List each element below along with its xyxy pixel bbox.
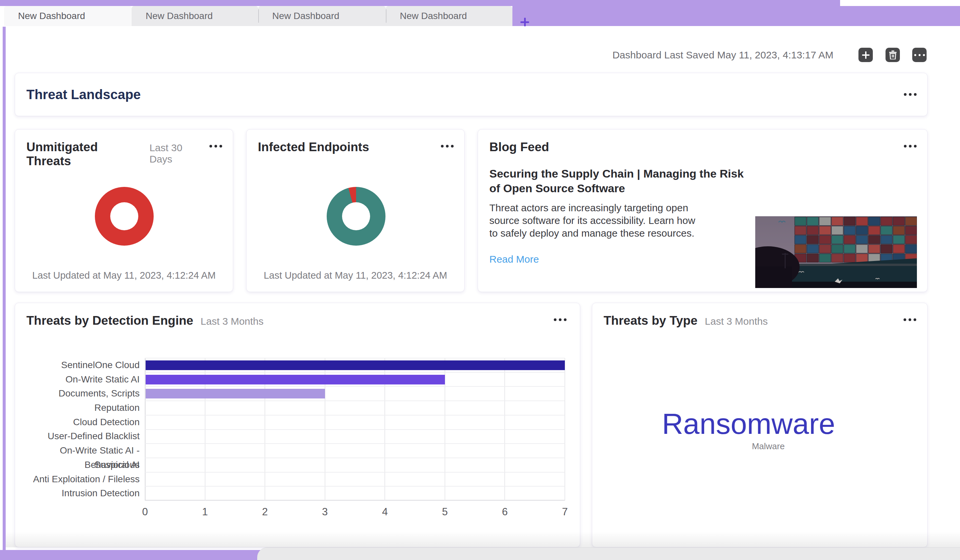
blog-article-headline: Securing the Supply Chain | Managing the… [490, 166, 757, 196]
card-title: Threats by Detection Engine [26, 314, 194, 328]
blog-article-image [755, 216, 917, 288]
tab-label: New Dashboard [272, 11, 339, 21]
section-menu-ellipsis-icon[interactable] [904, 93, 917, 96]
category-label: On-Write Static AI [15, 372, 140, 387]
tab-new-dashboard-2[interactable]: New Dashboard [131, 6, 258, 26]
x-tick-label: 2 [262, 506, 268, 518]
blog-feed-card: Blog Feed Securing the Supply Chain | Ma… [478, 129, 928, 292]
donut-hole [110, 202, 138, 230]
threats-by-detection-engine-card: Threats by Detection Engine Last 3 Month… [15, 303, 580, 547]
tab-label: New Dashboard [400, 11, 467, 21]
category-label: Anti Exploitation / Fileless [15, 472, 140, 487]
tab-new-dashboard-4[interactable]: New Dashboard [386, 6, 512, 26]
category-label: Documents, Scripts [15, 386, 140, 401]
read-more-link[interactable]: Read More [490, 254, 539, 265]
x-tick-label: 5 [442, 506, 448, 518]
x-tick-label: 0 [142, 506, 148, 518]
threats-by-type-card: Threats by Type Last 3 Months Ransomware… [592, 303, 928, 547]
category-label: On-Write Static AI - Suspicious [15, 444, 140, 458]
page-left-edge [3, 27, 6, 560]
threat-landscape-section: Threat Landscape [15, 73, 928, 116]
delete-dashboard-button[interactable] [885, 48, 900, 62]
wordcloud-word-ransomware[interactable]: Ransomware [662, 407, 835, 441]
bar-sentinelone-cloud [146, 361, 565, 370]
last-updated-text: Last Updated at May 11, 2023, 4:12:24 AM [15, 270, 233, 281]
infected-endpoints-card: Infected Endpoints Last Updated at May 1… [246, 129, 465, 292]
detection-ticks: 01234567 [145, 506, 565, 519]
category-label: Cloud Detection [15, 415, 140, 429]
tab-separator [258, 10, 259, 23]
card-title: Blog Feed [490, 140, 549, 154]
dashboard-last-saved-text: Dashboard Last Saved May 11, 2023, 4:13:… [612, 48, 834, 62]
x-tick-label: 4 [382, 506, 388, 518]
window-top-strip [0, 0, 840, 6]
card-menu-ellipsis-icon[interactable] [210, 145, 222, 147]
plus-icon [862, 51, 869, 59]
x-tick-label: 3 [322, 506, 328, 518]
card-menu-ellipsis-icon[interactable] [441, 145, 454, 147]
tab-label: New Dashboard [146, 11, 213, 21]
unmitigated-threats-donut-chart [95, 187, 154, 246]
category-label: Behavioral AI [15, 458, 140, 472]
dashboard-tabbar: New Dashboard New Dashboard New Dashboar… [0, 6, 960, 26]
card-menu-ellipsis-icon[interactable] [554, 318, 566, 321]
card-period: Last 3 Months [201, 316, 264, 327]
card-title: Unmitigated Threats [26, 140, 142, 168]
dashboard-more-button[interactable] [912, 48, 926, 62]
donut-hole [342, 202, 370, 230]
infected-endpoints-donut-chart [327, 187, 386, 246]
detection-labels: SentinelOne CloudOn-Write Static AIDocum… [15, 358, 140, 501]
category-label: Reputation [15, 401, 140, 415]
section-title: Threat Landscape [26, 87, 141, 102]
add-widget-button[interactable] [858, 48, 873, 62]
wordcloud-word-malware[interactable]: Malware [752, 441, 785, 452]
trash-icon [889, 50, 897, 59]
blog-article-summary: Threat actors are increasingly targeting… [490, 201, 705, 239]
add-tab-plus-icon[interactable] [520, 17, 530, 27]
card-title: Infected Endpoints [258, 140, 369, 154]
tab-label: New Dashboard [18, 11, 85, 21]
tab-new-dashboard-1[interactable]: New Dashboard [4, 6, 131, 26]
ellipsis-icon [914, 54, 925, 56]
category-label: User-Defined Blacklist [15, 429, 140, 444]
unmitigated-threats-card: Unmitigated Threats Last 30 Days Last Up… [15, 129, 233, 292]
bar-documents-scripts [146, 389, 325, 399]
bar-on-write-static-ai [146, 375, 445, 385]
tab-separator [386, 10, 386, 23]
card-period: Last 30 Days [149, 142, 206, 165]
card-menu-ellipsis-icon[interactable] [904, 318, 916, 321]
horizontal-scrollbar[interactable] [257, 547, 960, 560]
card-title: Threats by Type [603, 314, 698, 328]
x-tick-label: 1 [202, 506, 208, 518]
category-label: Intrusion Detection [15, 486, 140, 501]
card-period: Last 3 Months [705, 316, 768, 327]
page-bottom-edge [0, 550, 267, 560]
tab-new-dashboard-3[interactable]: New Dashboard [258, 6, 386, 26]
category-label: SentinelOne Cloud [15, 358, 140, 372]
x-tick-label: 7 [562, 506, 568, 518]
x-tick-label: 6 [502, 506, 508, 518]
detection-plot [145, 358, 565, 501]
card-menu-ellipsis-icon[interactable] [904, 145, 917, 147]
last-updated-text: Last Updated at May 11, 2023, 4:12:24 AM [246, 270, 464, 281]
